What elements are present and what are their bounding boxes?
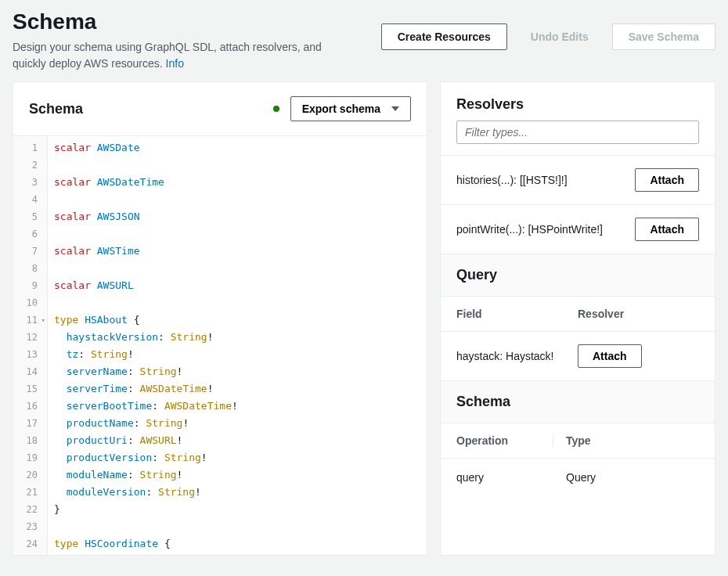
export-schema-button[interactable]: Export schema [290,96,411,121]
line-number: 2 [13,157,42,174]
line-number: 21 [13,484,42,501]
code-line[interactable] [54,191,427,208]
query-head-field: Field [456,308,578,320]
page-subtitle: Design your schema using GraphQL SDL, at… [13,39,357,72]
line-number: 20 [13,466,42,484]
line-number: 9 [13,277,42,294]
resolver-row: pointWrite(...): [HSPointWrite!]Attach [441,204,715,254]
code-line[interactable] [54,518,427,535]
line-number: 10 [13,294,42,311]
code-line[interactable]: type HSCoordinate { [54,535,427,553]
schema-row: queryQuery [441,458,715,496]
code-line[interactable]: scalar AWSTime [54,243,427,260]
line-number: 11 [13,311,42,329]
schema-rows: queryQuery [441,458,715,496]
query-head-resolver: Resolver [578,308,699,320]
schema-operation: query [456,471,553,484]
line-number: 13 [13,346,42,363]
gutter: 123456789101112131415161718192021222324 [13,136,48,555]
page-title: Schema [13,9,381,34]
line-number: 1 [13,139,42,157]
code-line[interactable]: scalar AWSDateTime [54,174,427,191]
line-number: 22 [13,501,42,518]
code-line[interactable]: tz: String! [54,346,427,363]
code-editor[interactable]: 123456789101112131415161718192021222324 … [13,135,427,555]
attach-button[interactable]: Attach [635,218,699,241]
schema-section-header: Schema [441,380,715,423]
chevron-down-icon [391,106,399,111]
resolver-signature: histories(...): [[HSTS!]!] [456,174,627,186]
line-number: 5 [13,208,42,225]
schema-head-operation: Operation [456,434,553,447]
code-line[interactable]: serverBootTime: AWSDateTime! [54,398,427,415]
header-buttons: Create Resources Undo Edits Save Schema [381,23,715,50]
schema-table-head: Operation Type [441,423,715,458]
code-line[interactable]: haystackVersion: String! [54,329,427,346]
page-header: Schema Design your schema using GraphQL … [0,0,728,78]
create-resources-button[interactable]: Create Resources [381,23,507,50]
code-line[interactable] [54,294,427,311]
code-line[interactable] [54,260,427,277]
line-number: 24 [13,535,42,553]
code-line[interactable] [54,157,427,174]
header-left: Schema Design your schema using GraphQL … [13,9,381,72]
line-number: 19 [13,449,42,466]
line-number: 15 [13,380,42,398]
schema-panel: Schema Export schema 1234567891011121314… [13,81,427,556]
query-row: haystack: Haystack!Attach [441,331,715,380]
resolvers-panel-title: Resolvers [456,96,524,113]
line-number: 7 [13,243,42,260]
line-number: 4 [13,191,42,208]
line-number: 8 [13,260,42,277]
resolver-signature: pointWrite(...): [HSPointWrite!] [456,223,627,236]
code-line[interactable] [54,225,427,243]
code-line[interactable]: moduleName: String! [54,466,427,484]
schema-panel-title: Schema [29,101,83,117]
line-number: 18 [13,432,42,449]
content: Schema Export schema 1234567891011121314… [0,78,728,568]
line-number: 16 [13,398,42,415]
filter-wrap [441,121,715,155]
code-line[interactable]: serverTime: AWSDateTime! [54,380,427,398]
export-schema-label: Export schema [302,103,380,115]
attach-button[interactable]: Attach [578,344,642,368]
line-number: 14 [13,363,42,380]
schema-panel-header: Schema Export schema [13,82,427,135]
undo-edits-button: Undo Edits [515,23,604,50]
code-line[interactable]: productName: String! [54,415,427,432]
code-line[interactable]: scalar AWSDate [54,139,427,157]
filter-types-input[interactable] [456,121,699,144]
code-line[interactable]: productUri: AWSURL! [54,432,427,449]
schema-head-type: Type [553,434,699,447]
query-section-header: Query [441,254,715,296]
code-line[interactable]: moduleVersion: String! [54,484,427,501]
code-line[interactable]: scalar AWSJSON [54,208,427,225]
line-number: 12 [13,329,42,346]
code-body[interactable]: scalar AWSDatescalar AWSDateTimescalar A… [48,136,427,555]
query-field: haystack: Haystack! [456,350,578,362]
line-number: 6 [13,225,42,243]
code-line[interactable]: productVersion: String! [54,449,427,466]
resolver-rows: histories(...): [[HSTS!]!]AttachpointWri… [441,155,715,254]
attach-button[interactable]: Attach [635,168,699,192]
code-line[interactable]: scalar AWSURL [54,277,427,294]
line-number: 17 [13,415,42,432]
resolvers-panel: Resolvers histories(...): [[HSTS!]!]Atta… [440,81,715,556]
resolvers-panel-header: Resolvers [441,82,715,121]
query-table-head: Field Resolver [441,296,715,331]
query-rows: haystack: Haystack!Attach [441,331,715,380]
info-link[interactable]: Info [166,57,184,70]
save-schema-button: Save Schema [612,23,715,50]
line-number: 23 [13,518,42,535]
status-dot-icon [273,106,279,112]
line-number: 3 [13,174,42,191]
schema-type: Query [553,471,699,484]
code-line[interactable]: type HSAbout { [54,311,427,329]
code-line[interactable]: } [54,501,427,518]
resolver-row: histories(...): [[HSTS!]!]Attach [441,155,715,204]
code-line[interactable]: serverName: String! [54,363,427,380]
